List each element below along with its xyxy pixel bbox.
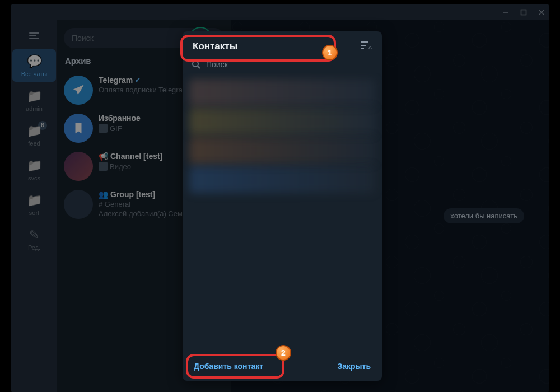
search-icon [192, 60, 200, 69]
contact-row[interactable] [189, 166, 375, 193]
modal-title: Контакты [193, 41, 237, 52]
annotation-badge-1: 1 [322, 45, 338, 60]
modal-search[interactable] [192, 60, 373, 69]
contacts-search-input[interactable] [206, 60, 373, 69]
svg-point-8 [193, 61, 198, 67]
modal-header: Контакты A [183, 31, 382, 57]
svg-text:A: A [368, 45, 372, 50]
contacts-modal: Контакты A Добавить контакт Закрыть [183, 31, 382, 381]
add-contact-button[interactable]: Добавить контакт [194, 362, 263, 371]
contact-row[interactable] [189, 137, 375, 164]
modal-close-button[interactable]: Закрыть [337, 362, 371, 371]
contact-row[interactable] [189, 79, 375, 106]
sort-icon[interactable]: A [361, 40, 372, 52]
contact-row[interactable] [189, 108, 375, 135]
svg-line-9 [198, 66, 200, 68]
annotation-badge-2: 2 [276, 345, 291, 361]
contacts-list [183, 73, 382, 354]
